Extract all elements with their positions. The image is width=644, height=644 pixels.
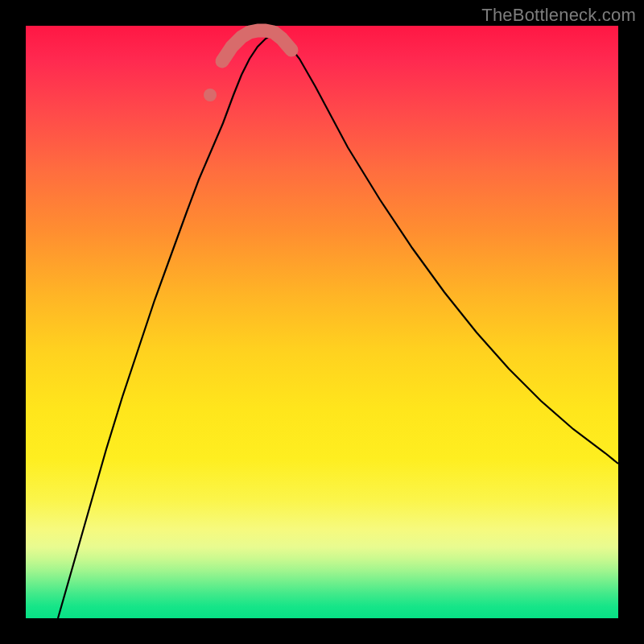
plot-area — [26, 26, 618, 618]
outer-frame: TheBottleneck.com — [0, 0, 644, 644]
bottleneck-curve — [58, 34, 618, 618]
highlight-segment — [222, 31, 291, 61]
watermark-text: TheBottleneck.com — [481, 5, 636, 26]
curve-svg — [26, 26, 618, 618]
highlight-dot — [204, 89, 217, 101]
